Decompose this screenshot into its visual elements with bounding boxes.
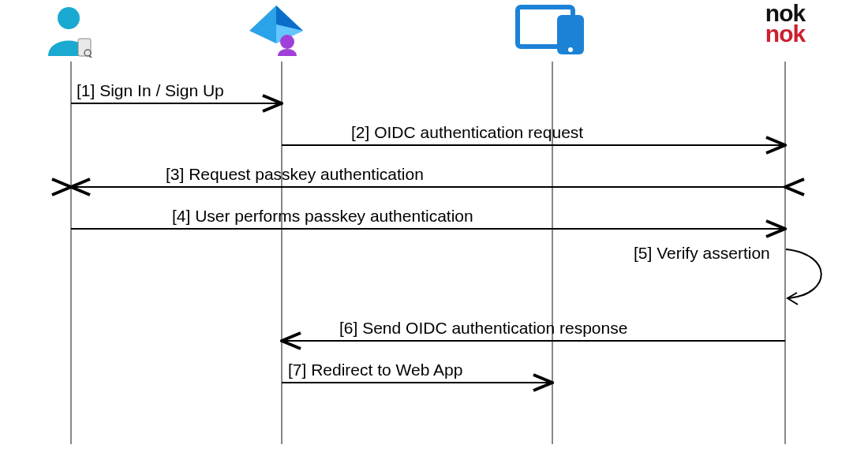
user-icon — [43, 4, 99, 58]
svg-point-7 — [280, 35, 294, 49]
message-arrows — [0, 0, 868, 456]
actor-noknok: nok nok — [738, 3, 832, 43]
lifeline-noknok — [784, 62, 786, 444]
msg-6-label: [6] Send OIDC authentication response — [339, 319, 627, 338]
msg-2-label: [2] OIDC authentication request — [351, 123, 583, 142]
lifeline-user — [70, 62, 72, 444]
actor-user — [24, 4, 118, 58]
noknok-logo-line2: nok — [738, 24, 832, 44]
lifeline-idp — [281, 62, 282, 444]
svg-point-10 — [568, 47, 573, 52]
msg-3-label: [3] Request passkey authentication — [166, 165, 424, 184]
svg-point-0 — [58, 7, 80, 29]
actor-device — [505, 4, 600, 56]
msg-4-label: [4] User performs passkey authentication — [172, 207, 473, 226]
actor-idp — [234, 4, 329, 58]
sequence-diagram: nok nok [1] S — [0, 0, 868, 456]
msg-1-label: [1] Sign In / Sign Up — [77, 81, 224, 100]
lifeline-device — [552, 62, 553, 444]
msg-5-label: [5] Verify assertion — [634, 244, 770, 263]
device-icon — [514, 4, 590, 56]
azure-b2c-icon — [248, 4, 316, 58]
msg-7-label: [7] Redirect to Web App — [288, 361, 462, 379]
noknok-logo: nok nok — [738, 3, 832, 43]
